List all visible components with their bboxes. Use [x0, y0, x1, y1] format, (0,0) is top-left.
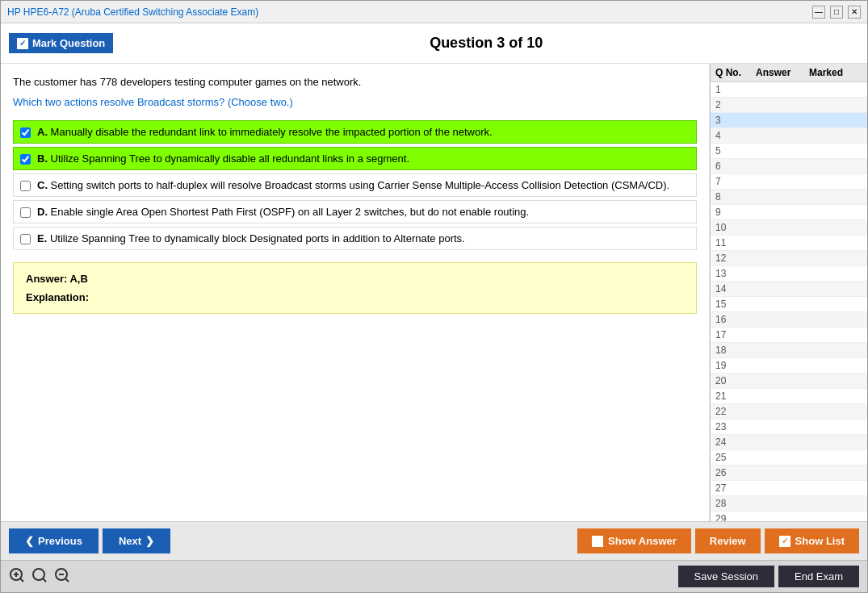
- qlist-row[interactable]: 19: [711, 358, 867, 374]
- checkbox-d[interactable]: [20, 207, 31, 218]
- qlist-num: 12: [715, 253, 756, 264]
- qlist-row[interactable]: 15: [711, 297, 867, 312]
- qlist-row[interactable]: 22: [711, 404, 867, 420]
- qlist-row[interactable]: 14: [711, 282, 867, 297]
- qlist-marked: [809, 207, 862, 218]
- qlist-row[interactable]: 4: [711, 128, 867, 144]
- qlist-marked: [809, 452, 862, 463]
- save-session-label: Save Session: [694, 570, 759, 583]
- qlist-row[interactable]: 13: [711, 266, 867, 282]
- qlist-num: 5: [715, 145, 756, 157]
- qlist-marked: [809, 176, 862, 187]
- qlist-row[interactable]: 5: [711, 144, 867, 159]
- checkbox-icon: [17, 38, 28, 49]
- svg-line-3: [21, 578, 24, 582]
- qlist-row[interactable]: 25: [711, 450, 867, 466]
- qlist-marked: [809, 421, 862, 432]
- qlist-row[interactable]: 12: [711, 251, 867, 266]
- qlist-row[interactable]: 18: [711, 343, 867, 358]
- qlist-marked: [809, 345, 862, 356]
- qlist-row[interactable]: 23: [711, 420, 867, 435]
- qlist-marked: [809, 268, 862, 279]
- qlist-answer: [756, 145, 809, 157]
- qlist-row[interactable]: 7: [711, 174, 867, 190]
- option-b[interactable]: B. Utilize Spanning Tree to dynamically …: [13, 147, 697, 170]
- zoom-reset-button[interactable]: [31, 567, 48, 587]
- qlist-row[interactable]: 21: [711, 389, 867, 404]
- main-content: The customer has 778 developers testing …: [1, 64, 867, 521]
- show-list-button[interactable]: Show List: [765, 528, 859, 553]
- qlist-answer: [756, 406, 809, 417]
- window-title: HP HPE6-A72 (Aruba Certified Switching A…: [7, 6, 258, 18]
- checkbox-e[interactable]: [20, 234, 31, 244]
- checkbox-c[interactable]: [20, 181, 31, 191]
- mark-question-button[interactable]: Mark Question: [9, 33, 113, 53]
- zoom-out-button[interactable]: [54, 567, 70, 587]
- option-c[interactable]: C. Setting switch ports to half-duplex w…: [13, 173, 697, 197]
- qlist-row[interactable]: 16: [711, 312, 867, 328]
- qlist-marked: [809, 390, 862, 402]
- previous-button[interactable]: Previous: [9, 528, 99, 553]
- qlist-row[interactable]: 28: [711, 496, 867, 512]
- qlist-marked: [809, 314, 862, 325]
- next-button[interactable]: Next: [103, 528, 170, 553]
- qlist-marked: [809, 299, 862, 310]
- minimize-button[interactable]: —: [812, 6, 825, 19]
- square-icon: [592, 536, 603, 547]
- show-answer-label: Show Answer: [608, 535, 677, 547]
- qlist-row[interactable]: 1: [711, 82, 867, 98]
- qlist-answer: [756, 375, 809, 386]
- qlist-answer: [756, 161, 809, 172]
- option-c-text: C. Setting switch ports to half-duplex w…: [37, 179, 669, 191]
- qlist-num: 23: [715, 421, 756, 432]
- qlist-row[interactable]: 9: [711, 205, 867, 220]
- zoom-reset-icon: [31, 567, 48, 583]
- qlist-marked: [809, 467, 862, 478]
- qlist-marked: [809, 161, 862, 172]
- checkbox-b[interactable]: [20, 154, 31, 165]
- qlist-answer: [756, 283, 809, 294]
- qlist-row[interactable]: 27: [711, 481, 867, 496]
- qlist-answer: [756, 345, 809, 356]
- zoom-in-button[interactable]: [9, 567, 25, 587]
- qlist-row[interactable]: 10: [711, 220, 867, 236]
- option-e[interactable]: E. Utilize Spanning Tree to dynamically …: [13, 227, 697, 250]
- qlist-num: 3: [715, 115, 756, 126]
- option-a[interactable]: A. Manually disable the redundant link t…: [13, 120, 697, 144]
- qlist-row[interactable]: 20: [711, 374, 867, 389]
- qlist-body[interactable]: 1234567891011121314151617181920212223242…: [711, 82, 867, 521]
- qlist-marked: [809, 482, 862, 494]
- bottom-toolbar: Previous Next Show Answer Review Show Li…: [1, 521, 867, 560]
- qlist-answer: [756, 329, 809, 340]
- qlist-row[interactable]: 11: [711, 236, 867, 251]
- qlist-row[interactable]: 24: [711, 435, 867, 450]
- qlist-row[interactable]: 6: [711, 159, 867, 174]
- zoom-group: [9, 567, 70, 587]
- qlist-marked: [809, 84, 862, 95]
- qlist-num: 11: [715, 237, 756, 248]
- qlist-num: 20: [715, 375, 756, 386]
- qlist-answer: [756, 176, 809, 187]
- qlist-row[interactable]: 29: [711, 512, 867, 521]
- checkbox-a[interactable]: [20, 127, 31, 138]
- answer-line: Answer: A,B: [26, 273, 684, 285]
- qlist-row[interactable]: 2: [711, 98, 867, 113]
- arrow-right-icon: [145, 535, 154, 547]
- save-session-button[interactable]: Save Session: [678, 566, 775, 587]
- qlist-marked: [809, 283, 862, 294]
- end-exam-button[interactable]: End Exam: [778, 566, 859, 587]
- close-button[interactable]: ✕: [848, 6, 861, 19]
- qlist-num: 17: [715, 329, 756, 340]
- maximize-button[interactable]: □: [830, 6, 843, 19]
- qlist-row[interactable]: 26: [711, 466, 867, 481]
- qlist-row[interactable]: 17: [711, 328, 867, 343]
- qlist-num: 18: [715, 345, 756, 356]
- svg-line-8: [66, 578, 69, 582]
- col-qno: Q No.: [715, 67, 756, 78]
- qlist-row[interactable]: 3: [711, 113, 867, 128]
- qlist-row[interactable]: 8: [711, 190, 867, 205]
- option-d[interactable]: D. Enable single Area Open Shortest Path…: [13, 200, 697, 223]
- show-answer-button[interactable]: Show Answer: [577, 528, 691, 553]
- review-button[interactable]: Review: [695, 528, 761, 553]
- qlist-marked: [809, 191, 862, 203]
